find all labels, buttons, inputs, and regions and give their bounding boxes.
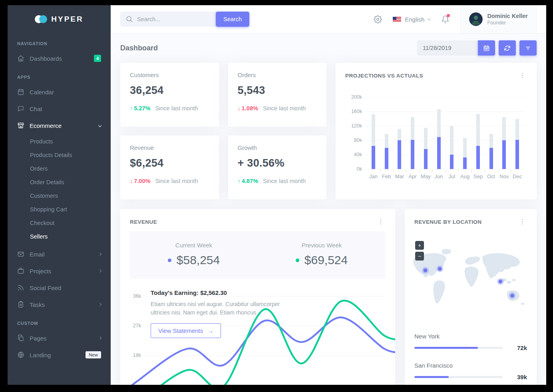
- sidebar-subitem-orders[interactable]: Orders: [8, 162, 111, 175]
- sidebar-item-social-feed[interactable]: Social Feed: [8, 279, 111, 296]
- search-button[interactable]: Search: [216, 12, 249, 27]
- menu-section-navigation: NAVIGATION: [8, 33, 111, 50]
- bar-sep: [471, 97, 485, 169]
- location-value: 72k: [509, 344, 527, 351]
- revenue-by-location-card: REVENUE BY LOCATION + −: [405, 209, 537, 385]
- calendar-button[interactable]: [478, 40, 495, 56]
- sidebar-item-label: Chat: [30, 105, 42, 112]
- search-icon: [125, 15, 133, 23]
- arrow-right-icon: →: [207, 327, 213, 334]
- stat-note: Since last month: [155, 178, 198, 184]
- sidebar-subitem-checkout[interactable]: Checkout: [8, 216, 111, 230]
- filter-button[interactable]: [519, 40, 537, 56]
- stat-note: Since last month: [155, 105, 198, 111]
- refresh-button[interactable]: [499, 40, 516, 56]
- sidebar-item-chat[interactable]: Chat: [8, 100, 111, 117]
- sidebar-item-tasks[interactable]: Tasks: [8, 296, 111, 313]
- arrow-down-icon: ↓: [238, 105, 241, 111]
- revenue-description-line1: Etiam ultricies nisi vel augue. Curabitu…: [151, 301, 280, 307]
- sidebar-item-pages[interactable]: Pages: [8, 330, 111, 346]
- sidebar-item-label: Projects: [30, 268, 51, 275]
- todays-earning-title: Today's Earning: $2,562.30: [151, 289, 282, 296]
- world-map[interactable]: [411, 247, 530, 312]
- stat-title: Orders: [238, 72, 317, 78]
- card-menu-dots-icon[interactable]: [517, 218, 527, 226]
- sidebar-item-label: Ecommerce: [30, 122, 62, 129]
- language-selector[interactable]: English: [393, 16, 430, 23]
- chevron-right-icon: [98, 253, 101, 256]
- user-role: Founder: [487, 20, 528, 26]
- sidebar-subitem-customers[interactable]: Customers: [8, 189, 111, 203]
- arrow-up-icon: ↑: [130, 105, 133, 111]
- stat-note: Since last month: [263, 178, 306, 184]
- stat-delta: ↓7.00%: [130, 178, 150, 184]
- x-axis-label: Jun: [432, 173, 446, 179]
- user-profile[interactable]: Dominic Keller Founder: [460, 5, 537, 33]
- y-axis-tick: 200k: [346, 94, 362, 100]
- map-zoom-in-button[interactable]: +: [415, 241, 424, 250]
- bar-nov: [498, 97, 511, 169]
- projections-card-title: PROJECTIONS VS ACTUALS: [345, 73, 423, 79]
- x-axis-label: Sep: [471, 173, 485, 179]
- stat-card-growth: Growth + 30.56% ↑4.87% Since last month: [228, 135, 327, 199]
- chevron-right-icon: [98, 303, 101, 306]
- map-zoom-controls: + −: [415, 241, 424, 261]
- notifications-bell-icon[interactable]: [441, 15, 450, 24]
- sidebar-subitem-shopping-cart[interactable]: Shopping Cart: [8, 203, 111, 216]
- hyper-logo-icon: [35, 15, 47, 23]
- sidebar-item-landing[interactable]: LandingNew: [8, 346, 111, 363]
- revenue-summary: Current Week $58,254 Previous Week $69,5…: [130, 231, 386, 279]
- location-progress-track: [414, 347, 503, 349]
- stat-value: + 30.56%: [238, 157, 317, 169]
- stat-value: 5,543: [238, 84, 317, 97]
- bar-oct: [485, 97, 498, 169]
- sidebar-subitem-sellers[interactable]: Sellers: [8, 230, 111, 243]
- new-badge: New: [86, 351, 101, 358]
- card-menu-dots-icon[interactable]: [376, 218, 386, 226]
- current-week-label: Current Week: [130, 242, 258, 249]
- search-input[interactable]: [120, 12, 216, 27]
- sidebar-item-dashboards[interactable]: Dashboards4: [8, 50, 111, 67]
- stat-title: Revenue: [130, 144, 209, 151]
- sidebar-subitem-order-details[interactable]: Order Details: [8, 175, 111, 189]
- location-value: 39k: [509, 374, 527, 380]
- pages-icon: [17, 334, 24, 342]
- y-axis-tick: 120k: [346, 123, 362, 129]
- settings-gear-icon[interactable]: [374, 15, 382, 24]
- sidebar-subitem-products[interactable]: Products: [8, 135, 111, 148]
- bar-jun: [432, 97, 446, 169]
- avatar: [469, 12, 483, 26]
- x-axis-label: Mar: [393, 173, 406, 179]
- sidebar-item-calendar[interactable]: Calendar: [8, 84, 111, 100]
- store-icon: [17, 122, 24, 129]
- logo[interactable]: HYPER: [8, 5, 111, 33]
- card-menu-dots-icon[interactable]: [517, 72, 527, 80]
- calendar-icon: [483, 45, 490, 52]
- sidebar-item-projects[interactable]: Projects: [8, 263, 111, 279]
- sidebar-item-email[interactable]: Email: [8, 246, 111, 263]
- view-statements-button[interactable]: View Statements →: [151, 323, 221, 338]
- date-filter-widget: [417, 40, 537, 56]
- date-input[interactable]: [417, 40, 478, 56]
- map-zoom-out-button[interactable]: −: [415, 252, 424, 261]
- current-week-dot: [168, 259, 171, 262]
- bottom-row: REVENUE Current Week $58,254 Previous We…: [120, 209, 537, 385]
- sidebar-subitem-products-details[interactable]: Products Details: [8, 148, 111, 162]
- x-axis-label: Oct: [485, 173, 498, 179]
- todays-earning-block: Today's Earning: $2,562.30 Etiam ultrici…: [151, 289, 282, 338]
- revenue-card: REVENUE Current Week $58,254 Previous We…: [120, 209, 395, 385]
- y-axis-tick: 18k: [127, 352, 141, 358]
- y-axis-tick: 0k: [346, 166, 362, 172]
- sidebar-item-label: Calendar: [30, 89, 54, 96]
- bar-jan: [367, 97, 380, 169]
- x-axis-label: Jan: [367, 173, 380, 179]
- clipboard-icon: [17, 301, 24, 308]
- location-progress-fill: [414, 376, 449, 378]
- projections-chart: 200k160k120k80k40k0k: [365, 97, 525, 190]
- notification-dot: [447, 14, 450, 17]
- previous-week-label: Previous Week: [258, 242, 386, 249]
- bar-aug: [458, 97, 471, 169]
- sidebar-item-label: Landing: [30, 352, 51, 358]
- sidebar-item-ecommerce[interactable]: Ecommerce: [8, 117, 111, 134]
- app-window: HYPER NAVIGATION Dashboards4 APPS Calend…: [8, 5, 546, 385]
